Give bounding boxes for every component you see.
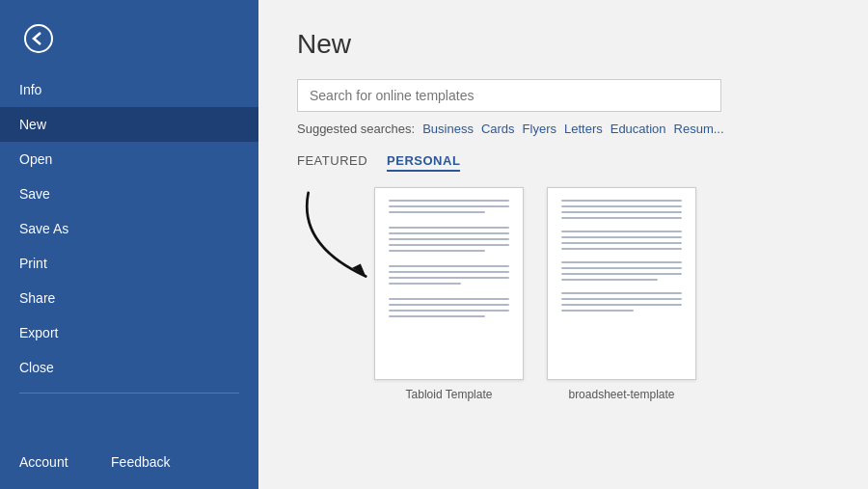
template-line <box>561 211 682 213</box>
template-label-broadsheet: broadsheet-template <box>568 388 674 401</box>
nav-divider <box>19 393 239 394</box>
page-title: New <box>297 29 829 60</box>
tab-personal[interactable]: PERSONAL <box>387 151 460 172</box>
suggested-link-business[interactable]: Business <box>422 122 474 136</box>
svg-marker-1 <box>352 264 366 277</box>
template-line <box>561 200 682 202</box>
template-line <box>561 217 682 219</box>
template-line <box>389 205 509 207</box>
template-line <box>389 265 509 267</box>
template-line <box>561 242 682 244</box>
template-preview-tabloid <box>374 187 524 380</box>
sidebar-item-info[interactable]: Info <box>0 72 258 107</box>
template-line <box>389 211 485 213</box>
sidebar-item-feedback[interactable]: Feedback <box>92 445 189 479</box>
suggested-link-cards[interactable]: Cards <box>481 122 515 136</box>
template-line <box>389 232 509 234</box>
template-line <box>389 244 509 246</box>
template-card-tabloid[interactable]: Tabloid Template <box>374 187 524 401</box>
template-card-broadsheet[interactable]: broadsheet-template <box>547 187 696 401</box>
tabs: FEATURED PERSONAL <box>297 151 829 172</box>
template-line <box>561 267 682 269</box>
templates-grid: Tabloid Template <box>374 187 829 401</box>
sidebar-item-share[interactable]: Share <box>0 281 258 315</box>
template-line <box>561 231 682 232</box>
template-line <box>389 227 509 229</box>
suggested-link-flyers[interactable]: Flyers <box>523 122 556 136</box>
template-line <box>389 310 509 312</box>
template-line <box>389 283 461 285</box>
template-line <box>389 200 509 202</box>
suggested-label: Suggested searches: <box>297 122 415 136</box>
template-line <box>561 236 682 238</box>
template-line <box>389 271 509 273</box>
template-line <box>561 273 682 275</box>
template-line <box>561 248 682 250</box>
sidebar-item-open[interactable]: Open <box>0 142 258 177</box>
template-line <box>389 238 509 240</box>
back-button[interactable] <box>10 10 68 68</box>
template-line <box>389 298 509 300</box>
suggested-link-education[interactable]: Education <box>610 122 666 136</box>
sidebar-item-close[interactable]: Close <box>0 350 258 385</box>
search-input[interactable] <box>297 79 721 112</box>
template-label-tabloid: Tabloid Template <box>406 388 493 401</box>
template-line <box>389 315 485 317</box>
template-preview-broadsheet <box>547 187 696 380</box>
sidebar-item-print[interactable]: Print <box>0 246 258 281</box>
suggested-link-letters[interactable]: Letters <box>564 122 603 136</box>
template-line <box>561 304 682 306</box>
template-line <box>561 292 682 294</box>
template-line <box>561 310 634 312</box>
template-line <box>561 298 682 300</box>
suggested-searches: Suggested searches: Business Cards Flyer… <box>297 122 829 136</box>
suggested-link-resume[interactable]: Resum... <box>674 122 724 136</box>
sidebar: Info New Open Save Save As Print Share E… <box>0 0 258 489</box>
template-line <box>561 261 682 263</box>
nav-bottom: Account Feedback <box>0 445 258 489</box>
sidebar-item-account[interactable]: Account <box>0 445 88 479</box>
svg-point-0 <box>25 25 52 52</box>
nav-items: Info New Open Save Save As Print Share E… <box>0 72 258 489</box>
main-content: New Suggested searches: Business Cards F… <box>258 0 868 489</box>
sidebar-item-new[interactable]: New <box>0 107 258 142</box>
tab-featured[interactable]: FEATURED <box>297 151 367 172</box>
template-line <box>389 250 485 252</box>
templates-wrapper: Tabloid Template <box>297 187 829 401</box>
sidebar-item-export[interactable]: Export <box>0 315 258 350</box>
template-line <box>389 277 509 279</box>
sidebar-item-save-as[interactable]: Save As <box>0 211 258 246</box>
template-line <box>389 304 509 306</box>
template-line <box>561 279 658 281</box>
sidebar-item-save[interactable]: Save <box>0 177 258 211</box>
template-line <box>561 205 682 207</box>
